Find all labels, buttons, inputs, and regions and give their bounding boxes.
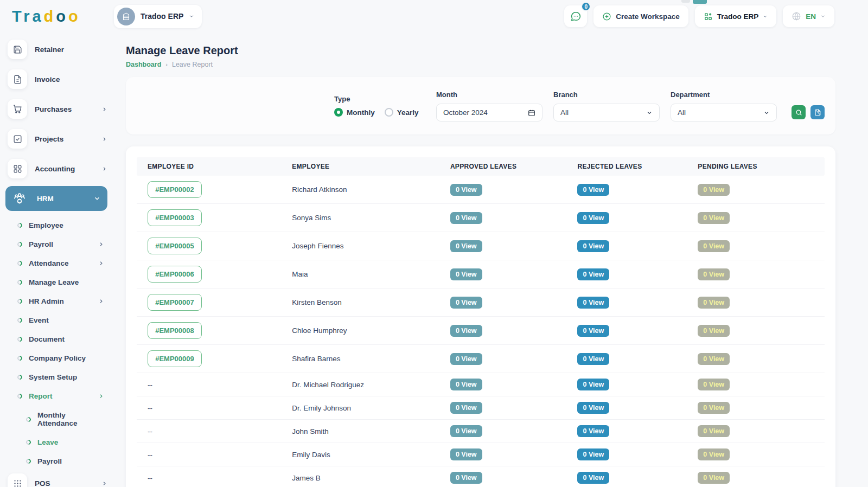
approved-leaves-cell: 0 View	[439, 396, 567, 419]
rejected-view-button[interactable]: 0 View	[577, 325, 609, 337]
approved-view-button[interactable]: 0 View	[450, 184, 482, 196]
clear-filter-button[interactable]	[810, 105, 825, 119]
workspace-selector[interactable]: Tradoo ERP	[114, 5, 202, 28]
sidebar-item-company-policy[interactable]: Company Policy	[0, 349, 114, 368]
rejected-leaves-cell: 0 View	[566, 235, 687, 258]
breadcrumb-dashboard-link[interactable]: Dashboard	[126, 61, 161, 68]
employee-id-badge[interactable]: #EMP00008	[148, 322, 202, 339]
pending-view-button[interactable]: 0 View	[698, 297, 730, 309]
pending-view-button[interactable]: 0 View	[698, 448, 730, 460]
employee-name: Chloe Humphrey	[281, 321, 439, 340]
sidebar-item-pos[interactable]: POS	[0, 471, 114, 487]
approved-view-button[interactable]: 0 View	[450, 240, 482, 252]
employee-id-badge[interactable]: #EMP00009	[148, 350, 202, 367]
sidebar-item-projects[interactable]: Projects	[0, 126, 114, 151]
filter-branch-group: Branch All	[553, 91, 660, 121]
sidebar-item-payroll[interactable]: Payroll	[0, 452, 114, 471]
rejected-view-button[interactable]: 0 View	[577, 425, 609, 437]
rejected-leaves-cell: 0 View	[566, 263, 687, 286]
rejected-view-button[interactable]: 0 View	[577, 448, 609, 460]
pending-view-button[interactable]: 0 View	[698, 212, 730, 224]
approved-view-button[interactable]: 0 View	[450, 297, 482, 309]
sidebar-item-label: Retainer	[35, 46, 64, 54]
rejected-view-button[interactable]: 0 View	[577, 353, 609, 365]
rejected-view-button[interactable]: 0 View	[577, 402, 609, 414]
radio-yearly[interactable]: Yearly	[385, 108, 419, 117]
sidebar-item-event[interactable]: Event	[0, 311, 114, 330]
employee-id-badge[interactable]: #EMP00005	[148, 238, 202, 254]
page-title: Manage Leave Report	[126, 33, 835, 57]
sidebar-item-attendance[interactable]: Attendance	[0, 254, 114, 273]
approved-view-button[interactable]: 0 View	[450, 448, 482, 460]
employee-name: James B	[281, 469, 439, 487]
language-selector[interactable]: EN	[783, 5, 834, 27]
pending-view-button[interactable]: 0 View	[698, 379, 730, 390]
pending-view-button[interactable]: 0 View	[698, 425, 730, 437]
sidebar-item-employee[interactable]: Employee	[0, 216, 114, 235]
approved-view-button[interactable]: 0 View	[450, 353, 482, 365]
pending-leaves-cell: 0 View	[687, 319, 825, 342]
employee-id-badge[interactable]: #EMP00003	[148, 209, 202, 226]
pending-view-button[interactable]: 0 View	[698, 240, 730, 252]
rejected-view-button[interactable]: 0 View	[577, 268, 609, 280]
radio-yearly-circle[interactable]	[385, 108, 393, 117]
sidebar-item-system-setup[interactable]: System Setup	[0, 368, 114, 387]
approved-view-button[interactable]: 0 View	[450, 379, 482, 390]
employee-id-cell: #EMP00002	[137, 176, 281, 203]
employee-id-badge[interactable]: #EMP00006	[148, 266, 202, 283]
chevron-down-icon	[646, 110, 653, 116]
sidebar-item-retainer[interactable]: Retainer	[0, 37, 114, 62]
rejected-view-button[interactable]: 0 View	[577, 379, 609, 390]
approved-view-button[interactable]: 0 View	[450, 268, 482, 280]
pending-view-button[interactable]: 0 View	[698, 472, 730, 484]
approved-view-button[interactable]: 0 View	[450, 212, 482, 224]
pending-leaves-cell: 0 View	[687, 348, 825, 370]
employee-id-badge[interactable]: #EMP00007	[148, 294, 202, 311]
sidebar-item-report[interactable]: Report	[0, 387, 114, 406]
messages-button[interactable]: 0	[564, 5, 587, 27]
bullet-icon	[16, 260, 23, 267]
sidebar-item-hrm[interactable]: HRM	[5, 186, 107, 211]
create-workspace-button[interactable]: Create Workspace	[593, 5, 688, 27]
sidebar-item-leave[interactable]: Leave	[0, 433, 114, 452]
approved-view-button[interactable]: 0 View	[450, 325, 482, 337]
sidebar-item-monthly-attendance[interactable]: Monthly Attendance	[0, 406, 114, 433]
rejected-view-button[interactable]: 0 View	[577, 184, 609, 196]
pending-view-button[interactable]: 0 View	[698, 353, 730, 365]
employee-id-badge[interactable]: #EMP00002	[148, 181, 202, 198]
pending-view-button[interactable]: 0 View	[698, 325, 730, 337]
sidebar-item-manage-leave[interactable]: Manage Leave	[0, 273, 114, 292]
approved-view-button[interactable]: 0 View	[450, 472, 482, 484]
month-input[interactable]: October 2024	[436, 104, 542, 121]
sidebar-item-label: Attendance	[29, 259, 69, 267]
pending-leaves-cell: 0 View	[687, 466, 825, 487]
rejected-view-button[interactable]: 0 View	[577, 212, 609, 224]
branch-select[interactable]: All	[553, 104, 660, 121]
department-select[interactable]: All	[671, 104, 777, 121]
bullet-icon	[25, 458, 32, 465]
pending-view-button[interactable]: 0 View	[698, 268, 730, 280]
sidebar-item-accounting[interactable]: Accounting	[0, 156, 114, 181]
rejected-view-button[interactable]: 0 View	[577, 240, 609, 252]
pending-view-button[interactable]: 0 View	[698, 184, 730, 196]
pending-leaves-cell: 0 View	[687, 373, 825, 396]
sidebar-item-payroll[interactable]: Payroll	[0, 235, 114, 254]
sidebar-item-invoice[interactable]: Invoice	[0, 67, 114, 92]
radio-monthly[interactable]: Monthly	[334, 108, 375, 117]
approved-view-button[interactable]: 0 View	[450, 425, 482, 437]
sidebar-item-purchases[interactable]: Purchases	[0, 97, 114, 121]
employee-name: Maia	[281, 265, 439, 284]
rejected-view-button[interactable]: 0 View	[577, 297, 609, 309]
rejected-view-button[interactable]: 0 View	[577, 472, 609, 484]
rejected-leaves-cell: 0 View	[566, 178, 687, 201]
brand-logo[interactable]: Tradoo	[0, 8, 114, 25]
sidebar-item-hr-admin[interactable]: HR Admin	[0, 292, 114, 311]
approved-view-button[interactable]: 0 View	[450, 402, 482, 414]
current-workspace-button[interactable]: Tradoo ERP	[695, 5, 777, 27]
radio-monthly-circle[interactable]	[334, 108, 343, 117]
pending-view-button[interactable]: 0 View	[698, 402, 730, 414]
search-button[interactable]	[792, 105, 806, 119]
sidebar-item-document[interactable]: Document	[0, 330, 114, 349]
employee-name: Shafira Barnes	[281, 349, 439, 368]
header-actions: 0 Create Workspace Tradoo ERP EN	[564, 5, 868, 27]
